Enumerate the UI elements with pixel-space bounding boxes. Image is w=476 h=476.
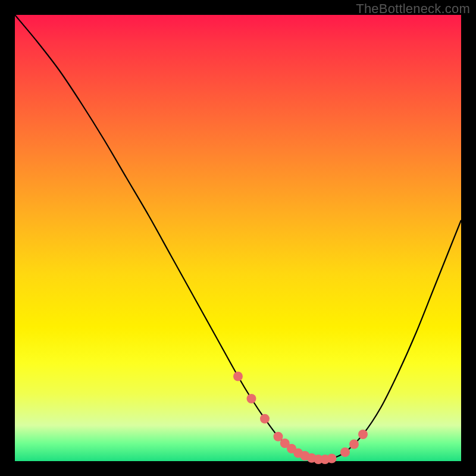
bottleneck-curve — [15, 15, 461, 459]
marker-point — [358, 430, 368, 439]
plot-area — [15, 15, 461, 461]
marker-point — [233, 372, 243, 381]
marker-point — [349, 440, 359, 449]
marker-point — [260, 414, 270, 424]
watermark-text: TheBottleneck.com — [356, 1, 470, 17]
highlight-markers — [233, 372, 368, 465]
chart-container: TheBottleneck.com — [0, 0, 476, 476]
marker-point — [327, 454, 337, 464]
marker-point — [340, 447, 350, 457]
chart-svg — [15, 15, 461, 461]
marker-point — [247, 394, 256, 403]
